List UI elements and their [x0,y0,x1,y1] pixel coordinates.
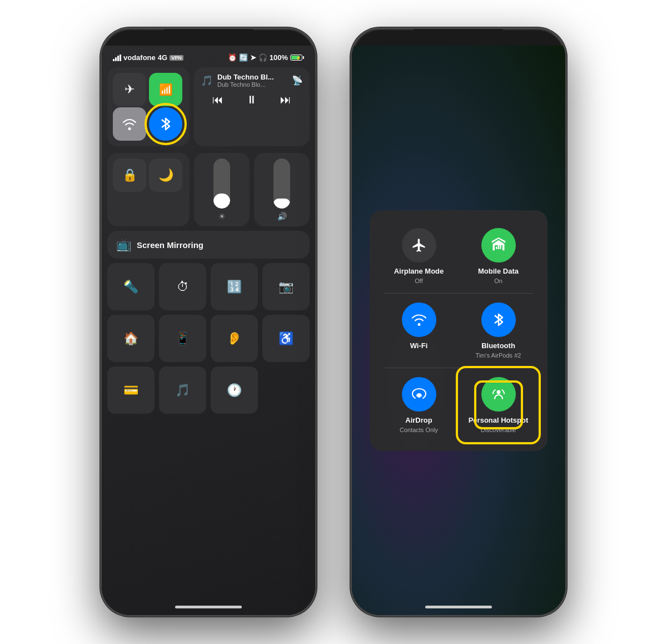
battery-icon: ⚡ [290,55,304,61]
airplane-mode-sublabel: Off [415,278,422,284]
antenna-icon: 📶 [159,83,173,96]
status-bar-1: vodafone 4G VPN ⏰ 🔄 ➤ 🎧 100% ⚡ [107,51,310,65]
airplane-mode-button[interactable]: ✈ [113,73,146,106]
expanded-network-panel: Airplane Mode Off Mobile Data On [370,210,547,451]
mobile-data-button[interactable]: 📶 [149,73,182,106]
music-subtitle: Dub Techno Blo... [217,81,287,88]
mobile-data-circle [481,228,516,262]
prev-button[interactable]: ⏮ [212,93,223,106]
airdrop-icon-exp [411,386,427,403]
icon-grid-row1: 🔦 ⏱ 🔢 📷 [107,263,310,310]
location-icon: ➤ [250,53,256,62]
calculator-icon: 🔢 [227,280,242,294]
mobile-data-sublabel: On [494,278,502,284]
flashlight-icon: 🔦 [123,280,138,294]
airplay-icon[interactable]: 📡 [292,75,303,86]
orientation-lock-button[interactable]: 🔒 [113,158,146,192]
status-right: ⏰ 🔄 ➤ 🎧 100% ⚡ [228,53,304,62]
svg-point-3 [417,394,421,398]
lock-rotation-icon: 🔒 [122,168,137,182]
screen-mirroring-button[interactable]: 📺 Screen Mirroring [107,231,310,259]
airplane-icon-exp [411,237,427,253]
pause-button[interactable]: ⏸ [246,93,257,106]
music-app-icon: 🎵 [201,75,213,87]
divider-2 [384,368,533,368]
wifi-icon [122,118,137,130]
next-button[interactable]: ⏭ [280,93,291,106]
status-left: vodafone 4G VPN [113,53,183,62]
bluetooth-label: Bluetooth [481,341,515,350]
quick-actions-panel: 🔒 🌙 [107,153,190,226]
phone-1: vodafone 4G VPN ⏰ 🔄 ➤ 🎧 100% ⚡ [100,27,317,617]
hotspot-icon-exp [491,387,506,402]
remote-button[interactable]: 📱 [159,315,206,362]
bluetooth-sublabel: Tim's AirPods #2 [476,352,521,359]
bluetooth-circle [481,303,516,337]
hearing-button[interactable]: 👂 [211,315,258,362]
airplane-circle [402,228,436,262]
icon-grid-row3: 💳 🎵 🕐 [107,366,310,414]
svg-rect-2 [500,244,501,249]
bluetooth-button-wrapper[interactable] [149,107,182,141]
brightness-icon: ☀ [218,212,226,221]
phone-2: Airplane Mode Off Mobile Data On [350,27,567,617]
wifi-item[interactable]: Wi-Fi [380,295,458,366]
rotation-icon: 🔄 [239,53,248,62]
hotspot-item[interactable]: Personal Hotspot Discoverable [459,369,537,441]
mobile-data-label: Mobile Data [478,267,519,275]
alarm-icon: ⏰ [228,53,237,62]
control-center-row1: ✈ 📶 [107,65,310,148]
music-panel: 🎵 Dub Techno Bl... Dub Techno Blo... 📡 ⏮… [194,67,310,146]
timer-button[interactable]: ⏱ [159,263,206,310]
screen-2: Airplane Mode Off Mobile Data On [352,46,565,615]
mobile-data-item[interactable]: Mobile Data On [459,220,537,292]
wifi-button[interactable] [113,107,146,141]
volume-slider[interactable]: 🔊 [254,153,310,226]
home-icon: 🏠 [123,331,138,346]
airdrop-circle [402,377,436,412]
ear-icon: 👂 [227,331,242,346]
music-title: Dub Techno Bl... [217,73,287,81]
notch-1 [164,29,253,46]
volume-icon: 🔊 [277,212,287,221]
hotspot-label: Personal Hotspot [469,416,529,424]
flashlight-button[interactable]: 🔦 [107,263,155,310]
screen-mirroring-row: 📺 Screen Mirroring [107,231,310,259]
clock-icon: 🕐 [227,383,242,398]
shazam-icon: 🎵 [175,383,190,398]
brightness-slider[interactable]: ☀ [194,153,250,226]
dnd-button[interactable]: 🌙 [149,158,182,192]
camera-icon: 📷 [278,280,293,294]
shazam-button[interactable]: 🎵 [159,366,206,414]
battery-pct: 100% [270,53,288,62]
wifi-icon-exp [411,313,427,326]
hotspot-circle [481,377,516,412]
accessibility-button[interactable]: ♿ [262,315,310,362]
remote-icon: 📱 [175,331,190,346]
camera-button[interactable]: 📷 [262,263,310,310]
screen-mirroring-icon: 📺 [116,237,131,252]
airplane-mode-item[interactable]: Airplane Mode Off [380,220,458,292]
airdrop-sublabel: Contacts Only [400,427,438,433]
bluetooth-button[interactable] [149,107,182,141]
airdrop-label: AirDrop [405,416,432,424]
vpn-badge: VPN [170,55,183,61]
home-bar-2[interactable] [425,606,492,608]
calculator-button[interactable]: 🔢 [211,263,258,310]
accessibility-icon: ♿ [278,331,293,346]
bluetooth-icon-exp [492,311,505,328]
home-bar-1[interactable] [175,606,242,608]
svg-point-4 [496,390,500,394]
airplane-mode-label: Airplane Mode [394,267,444,275]
clock-button[interactable]: 🕐 [211,366,258,414]
wallet-button[interactable]: 💳 [107,366,155,414]
wifi-circle [402,303,436,337]
divider-1 [384,293,533,294]
signal-bars [113,55,121,61]
airplane-icon: ✈ [125,82,135,97]
svg-rect-1 [497,245,499,249]
bluetooth-item[interactable]: Bluetooth Tim's AirPods #2 [459,295,537,366]
control-center-row2: 🔒 🌙 ☀ [107,153,310,226]
airdrop-item[interactable]: AirDrop Contacts Only [380,369,458,441]
home-button[interactable]: 🏠 [107,315,155,362]
